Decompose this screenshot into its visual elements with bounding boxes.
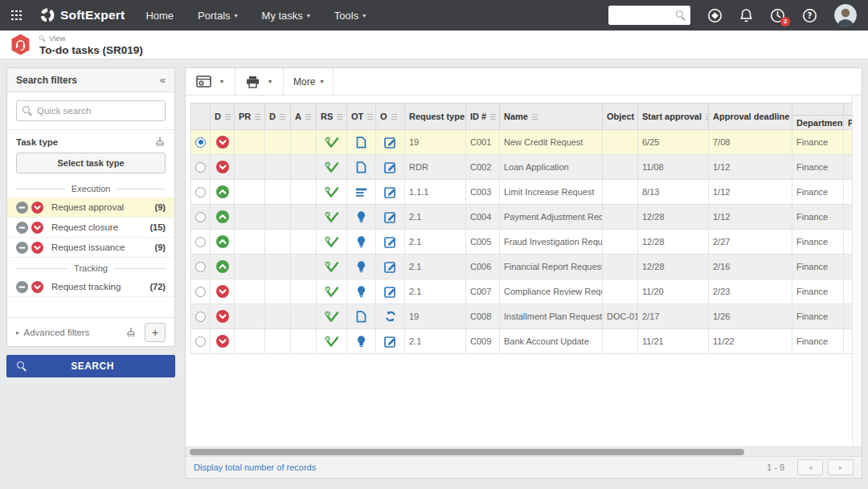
sidebar-item-request-issuance[interactable]: Request issuance (9): [7, 238, 174, 258]
search-icon[interactable]: [676, 10, 686, 20]
clear-advanced-filters-icon[interactable]: [125, 327, 137, 338]
nav-item-home[interactable]: Home: [145, 10, 174, 22]
cell-id: C005: [466, 230, 500, 255]
edit-icon[interactable]: [384, 161, 396, 173]
edit-icon[interactable]: [384, 261, 396, 273]
view-record-icon: [196, 75, 211, 88]
results-toolbar: ▾ ▾ More ▾: [186, 68, 862, 96]
cell-approval-deadline: 1/12: [709, 180, 792, 205]
release-check-icon: [325, 211, 339, 223]
column-header-o[interactable]: O: [376, 104, 405, 130]
column-header-d[interactable]: D: [265, 104, 291, 130]
cell-name: Compliance Review Request: [500, 279, 603, 304]
collapse-panel-icon[interactable]: «: [160, 74, 166, 86]
cell-approval-deadline: 1/12: [709, 205, 792, 230]
column-header-ot[interactable]: OT: [347, 104, 376, 130]
bulb-icon[interactable]: [357, 236, 366, 248]
column-header-id-[interactable]: ID #: [466, 104, 500, 130]
row-radio[interactable]: [195, 287, 206, 297]
sort-icon: [706, 114, 709, 120]
pending-tasks-button[interactable]: 2: [770, 8, 785, 23]
apps-grid-icon[interactable]: [11, 10, 22, 21]
view-record-button[interactable]: [192, 72, 215, 92]
explore-button[interactable]: [707, 8, 723, 23]
column-header-a[interactable]: A: [291, 104, 317, 130]
row-radio[interactable]: [195, 137, 206, 148]
row-radio[interactable]: [195, 212, 206, 222]
global-search-input[interactable]: [613, 10, 676, 20]
edit-icon[interactable]: [384, 137, 396, 149]
row-radio[interactable]: [195, 187, 206, 198]
column-header-d[interactable]: D: [211, 104, 235, 130]
edit-icon[interactable]: [384, 186, 396, 198]
column-header-name[interactable]: Name: [500, 104, 603, 130]
cell-approval-deadline: 2/16: [709, 255, 792, 279]
chevron-down-circle-icon: [216, 310, 229, 323]
display-total-link[interactable]: Display total number of records: [194, 463, 316, 472]
search-button[interactable]: SEARCH: [6, 355, 175, 377]
print-button[interactable]: [242, 72, 264, 92]
vertical-scrollbar[interactable]: [852, 96, 862, 446]
doc-icon[interactable]: [356, 161, 366, 173]
previous-page-button[interactable]: ◂: [797, 459, 823, 475]
notifications-button[interactable]: [739, 8, 753, 22]
column-header-pr[interactable]: PR: [235, 104, 265, 130]
minus-circle-icon: [16, 222, 28, 234]
next-page-button[interactable]: ▸: [828, 459, 854, 475]
bulb-icon[interactable]: [357, 261, 366, 273]
cell-approval-deadline: 11/22: [709, 329, 792, 354]
task-type-label: Task type: [16, 137, 58, 147]
horizontal-scrollbar[interactable]: [186, 446, 862, 456]
more-button[interactable]: More ▾: [290, 76, 326, 88]
scrollbar-thumb[interactable]: [190, 449, 744, 455]
bulb-icon[interactable]: [357, 286, 366, 298]
table-row: 2.1 C005 Fraud Investigation Request 12/…: [191, 230, 862, 255]
edit-icon[interactable]: [384, 286, 396, 298]
chevron-up-circle-icon: [216, 185, 229, 198]
row-radio[interactable]: [195, 162, 206, 173]
task-type-groups: Execution Request approval (9) Request c…: [7, 178, 174, 317]
cell-id: C008: [466, 304, 500, 329]
column-header-request-type[interactable]: Request type: [405, 104, 466, 130]
edit-icon[interactable]: [384, 336, 396, 348]
brand-logo[interactable]: SoftExpert: [39, 7, 125, 23]
sidebar-item-request-tracking[interactable]: Request tracking (72): [7, 277, 174, 297]
task-type-label: Request closure: [51, 222, 118, 232]
doc-icon[interactable]: [356, 311, 366, 323]
page-title: To-do tasks (SR019): [39, 44, 143, 56]
refresh-icon[interactable]: [385, 311, 396, 322]
nav-item-portals[interactable]: Portals▾: [198, 10, 237, 22]
edit-icon[interactable]: [384, 236, 396, 248]
release-check-icon: [325, 311, 339, 323]
nav-item-tools[interactable]: Tools▾: [334, 10, 366, 22]
chevron-down-circle-icon: [216, 161, 229, 173]
column-header-approval-deadline[interactable]: Approval deadline: [709, 104, 792, 130]
row-radio[interactable]: [195, 312, 206, 322]
advanced-filters-toggle[interactable]: ▸ Advanced filters: [16, 328, 117, 337]
view-options-caret[interactable]: ▾: [215, 78, 228, 85]
bulb-icon[interactable]: [357, 211, 366, 223]
sidebar-item-request-closure[interactable]: Request closure (15): [7, 218, 174, 238]
row-radio[interactable]: [195, 237, 206, 247]
edit-icon[interactable]: [384, 211, 396, 223]
list-icon[interactable]: [356, 188, 367, 198]
table-row: 2.1 C009 Bank Account Update 11/21 11/22…: [191, 329, 862, 354]
add-filter-button[interactable]: +: [145, 323, 166, 342]
column-header-start-approval[interactable]: Start approval: [638, 104, 709, 130]
nav-item-my-tasks[interactable]: My tasks▾: [262, 10, 310, 22]
user-avatar[interactable]: [834, 4, 857, 26]
bulb-icon[interactable]: [357, 336, 366, 348]
help-button[interactable]: ?: [802, 8, 817, 23]
release-check-icon: [325, 186, 339, 198]
clear-filter-icon[interactable]: [154, 137, 166, 148]
column-header-rs[interactable]: RS: [317, 104, 347, 130]
row-radio[interactable]: [195, 336, 206, 347]
doc-icon[interactable]: [356, 137, 366, 149]
quick-search-input[interactable]: [37, 106, 159, 116]
row-radio[interactable]: [195, 262, 206, 272]
select-task-type-button[interactable]: Select task type: [16, 153, 166, 173]
sidebar-item-request-approval[interactable]: Request approval (9): [7, 198, 174, 218]
toolbar-separator: [333, 68, 334, 96]
print-options-caret[interactable]: ▾: [264, 78, 276, 85]
minus-circle-icon: [16, 242, 28, 254]
